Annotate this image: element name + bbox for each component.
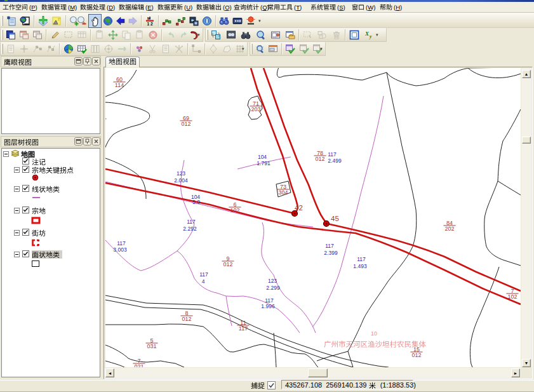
svg-text:012: 012: [181, 121, 190, 127]
svg-text:012: 012: [182, 316, 191, 322]
svg-text:203: 203: [251, 106, 260, 112]
svg-text:202: 202: [444, 226, 454, 232]
svg-text:6: 6: [233, 201, 236, 208]
svg-text:(U): (U): [184, 4, 192, 11]
svg-text:117: 117: [117, 240, 126, 247]
svg-text:114: 114: [115, 82, 124, 88]
svg-text:117: 117: [328, 151, 337, 158]
svg-text:031: 031: [147, 343, 156, 349]
svg-text:012: 012: [411, 352, 421, 358]
svg-text:102: 102: [507, 294, 517, 300]
svg-text:69: 69: [183, 115, 189, 121]
svg-text:7: 7: [511, 288, 514, 294]
svg-text:3.003: 3.003: [113, 247, 127, 253]
svg-text:1.493: 1.493: [353, 263, 367, 269]
svg-text:1.791: 1.791: [257, 160, 270, 166]
svg-text:117: 117: [357, 256, 366, 262]
svg-text:102: 102: [230, 207, 239, 213]
svg-text:(M): (M): [68, 4, 77, 11]
svg-text:117: 117: [239, 325, 248, 332]
svg-text:2.292: 2.292: [183, 226, 197, 232]
svg-text:9: 9: [226, 255, 229, 262]
svg-text:123: 123: [268, 278, 277, 284]
svg-text:11: 11: [240, 320, 246, 326]
svg-text:42: 42: [295, 204, 303, 212]
svg-text:(H): (H): [394, 4, 402, 11]
svg-text:(O): (O): [223, 4, 232, 11]
svg-text:71: 71: [253, 100, 259, 107]
svg-text:1.996: 1.996: [261, 303, 275, 309]
svg-text:(P): (P): [29, 4, 37, 11]
svg-text:(E): (E): [145, 4, 154, 11]
svg-text:73: 73: [280, 184, 286, 190]
svg-text:84: 84: [446, 220, 453, 226]
svg-text:012: 012: [315, 156, 324, 162]
svg-text:021: 021: [134, 363, 144, 367]
svg-text:012: 012: [223, 261, 232, 267]
svg-text:117: 117: [199, 271, 208, 278]
svg-text:15: 15: [413, 346, 420, 353]
svg-text:117: 117: [187, 219, 196, 225]
svg-text:1 2: 1 2: [147, 22, 153, 26]
svg-text:X: X: [364, 30, 370, 37]
svg-text:123: 123: [177, 170, 185, 177]
svg-text:60: 60: [116, 76, 123, 83]
svg-text:10: 10: [371, 330, 377, 337]
svg-text:(S): (S): [337, 4, 345, 11]
svg-text:2.299: 2.299: [266, 285, 280, 291]
svg-text:8: 8: [185, 310, 188, 316]
svg-text:304: 304: [278, 189, 288, 196]
svg-text:45: 45: [331, 215, 339, 222]
svg-text:104: 104: [258, 154, 267, 160]
svg-text:y: y: [369, 34, 372, 39]
svg-text:4: 4: [202, 278, 205, 285]
svg-text:2.399: 2.399: [324, 250, 338, 256]
svg-text:5: 5: [150, 337, 153, 344]
svg-text:2.499: 2.499: [328, 158, 342, 164]
svg-text:5.0: 5.0: [192, 199, 200, 205]
svg-text:78: 78: [317, 150, 323, 156]
svg-text:117: 117: [325, 243, 334, 249]
svg-text:(D): (D): [107, 4, 115, 11]
svg-text:(T): (T): [294, 4, 302, 11]
svg-text:2.004: 2.004: [174, 177, 188, 184]
svg-text:7: 7: [137, 358, 140, 364]
svg-text:(W): (W): [366, 4, 375, 11]
